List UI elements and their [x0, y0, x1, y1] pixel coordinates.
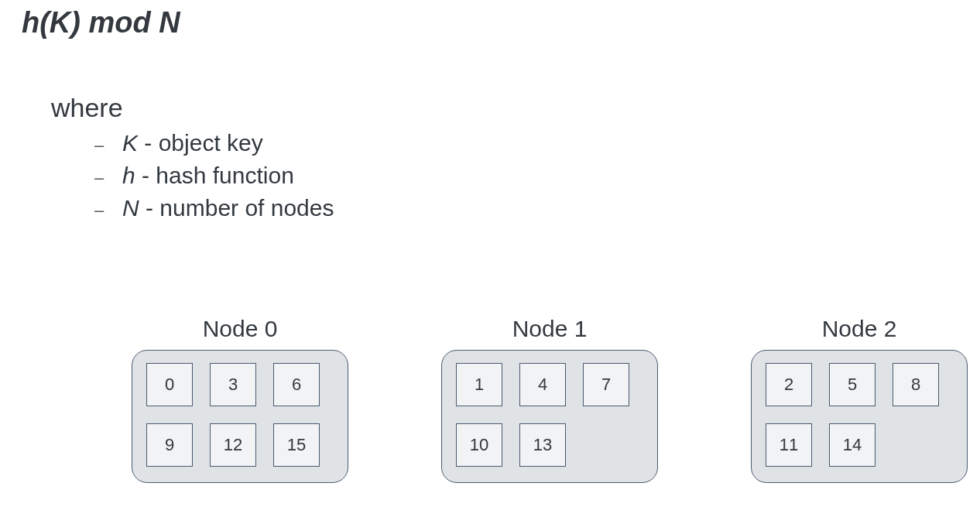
definition-row: – K - object key [94, 130, 334, 156]
node-1: Node 1 1 4 7 10 13 [441, 316, 658, 483]
node-label: Node 2 [822, 316, 897, 342]
definition-desc: - object key [138, 130, 263, 156]
definition-symbol: K [122, 130, 138, 156]
definition-row: – N - number of nodes [94, 195, 334, 221]
bullet-dash: – [94, 168, 122, 188]
definition-row: – h - hash function [94, 163, 334, 189]
cell: 10 [456, 423, 502, 467]
definition-symbol: N [122, 195, 139, 221]
node-box: 1 4 7 10 13 [441, 350, 658, 483]
cell: 3 [210, 363, 256, 406]
node-box: 0 3 6 9 12 15 [132, 350, 348, 483]
cell: 4 [519, 363, 566, 406]
cell: 14 [829, 423, 875, 467]
formula-title: h(K) mod N [22, 6, 180, 39]
cell: 2 [766, 363, 812, 406]
where-label: where [51, 93, 123, 123]
cell: 12 [210, 423, 256, 467]
cell: 11 [766, 423, 812, 467]
definitions-list: – K - object key – h - hash function – N… [94, 130, 334, 228]
cell: 13 [519, 423, 566, 467]
cell: 15 [273, 423, 320, 467]
definition-desc: - number of nodes [139, 195, 334, 221]
bullet-dash: – [94, 200, 122, 221]
cell: 7 [583, 363, 629, 406]
cell: 0 [146, 363, 193, 406]
cell: 1 [456, 363, 502, 406]
cell: 9 [146, 423, 193, 467]
definition-desc: - hash function [135, 163, 294, 188]
node-box: 2 5 8 11 14 [751, 350, 968, 483]
cell: 6 [273, 363, 320, 406]
nodes-container: Node 0 0 3 6 9 12 15 Node 1 1 4 7 10 13 … [132, 316, 968, 483]
node-0: Node 0 0 3 6 9 12 15 [132, 316, 348, 483]
cell: 5 [829, 363, 875, 406]
node-label: Node 1 [512, 316, 588, 342]
node-label: Node 0 [203, 316, 278, 342]
definition-symbol: h [122, 163, 135, 188]
bullet-dash: – [94, 135, 122, 156]
cell: 8 [893, 363, 939, 406]
node-2: Node 2 2 5 8 11 14 [751, 316, 968, 483]
